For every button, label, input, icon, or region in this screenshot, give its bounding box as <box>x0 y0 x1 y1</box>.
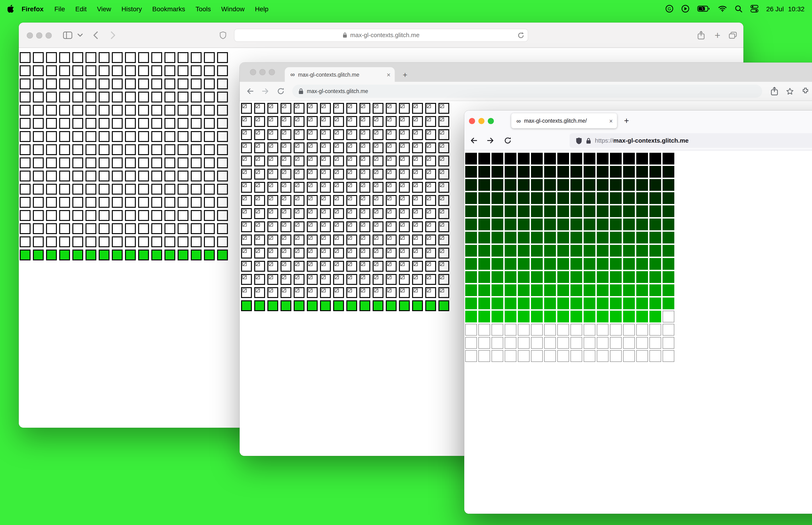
canvas-cell <box>178 223 188 234</box>
canvas-cell <box>531 258 543 270</box>
close-button[interactable] <box>250 69 256 75</box>
close-button[interactable] <box>27 32 33 38</box>
browser-tab[interactable]: ∞ max-gl-contexts.glitch.me/ × <box>511 113 617 128</box>
canvas-cell <box>386 155 397 166</box>
broken-image-icon <box>295 210 299 213</box>
new-tab-button[interactable]: + <box>715 30 720 40</box>
address-bar[interactable]: max-gl-contexts.glitch.me <box>292 85 762 98</box>
canvas-cell <box>151 197 162 208</box>
minimize-button[interactable] <box>478 118 484 124</box>
menubar-clock[interactable]: 26 Jul 10:32 <box>766 5 805 13</box>
address-bar[interactable]: https://max-gl-contexts.glitch.me <box>569 133 812 148</box>
canvas-cell <box>294 129 305 140</box>
menu-help[interactable]: Help <box>250 5 274 13</box>
menu-bookmarks[interactable]: Bookmarks <box>147 5 190 13</box>
canvas-cell <box>465 219 477 230</box>
zoom-button[interactable] <box>269 69 275 75</box>
menu-view[interactable]: View <box>92 5 116 13</box>
reload-icon[interactable] <box>518 32 524 38</box>
reload-icon[interactable] <box>277 88 284 95</box>
green-canvas-cell <box>307 300 318 311</box>
empty-canvas-cell <box>636 324 648 335</box>
minimize-button[interactable] <box>36 32 42 38</box>
menu-edit[interactable]: Edit <box>70 5 92 13</box>
canvas-cell <box>373 195 383 206</box>
back-icon[interactable] <box>246 88 254 95</box>
canvas-cell <box>359 274 370 285</box>
canvas-cell <box>386 142 397 153</box>
canvas-cell <box>33 236 44 247</box>
canvas-cell <box>544 166 556 178</box>
back-icon[interactable] <box>93 31 98 39</box>
canvas-cell <box>584 284 595 296</box>
back-icon[interactable] <box>470 137 478 144</box>
wifi-icon[interactable] <box>718 6 727 12</box>
chevron-down-icon[interactable] <box>78 33 83 37</box>
canvas-cell <box>544 245 556 257</box>
minimize-button[interactable] <box>259 69 265 75</box>
canvas-cell <box>346 103 357 114</box>
forward-icon[interactable] <box>261 88 269 95</box>
control-center-icon[interactable] <box>750 5 758 13</box>
tracking-shield-icon[interactable] <box>576 137 582 144</box>
share-icon[interactable] <box>698 31 705 40</box>
share-icon[interactable] <box>771 87 778 96</box>
canvas-cell <box>204 52 215 63</box>
canvas-cell <box>267 155 278 166</box>
g-circle-icon[interactable]: G <box>665 5 673 13</box>
forward-icon[interactable] <box>110 31 116 39</box>
new-tab-button[interactable]: + <box>624 117 629 125</box>
address-bar[interactable]: max-gl-contexts.glitch.me <box>234 28 528 42</box>
bookmark-star-icon[interactable] <box>786 88 794 95</box>
lock-icon[interactable] <box>586 137 591 144</box>
tab-close-icon[interactable]: × <box>609 117 613 124</box>
empty-canvas-cell <box>597 324 609 335</box>
browser-tab[interactable]: ∞ max-gl-contexts.glitch.me × <box>285 67 395 82</box>
canvas-cell <box>59 144 70 155</box>
tab-close-icon[interactable]: × <box>387 71 390 78</box>
spotlight-icon[interactable] <box>735 5 742 13</box>
broken-image-icon <box>400 196 404 200</box>
menu-history[interactable]: History <box>116 5 147 13</box>
menu-app-name[interactable]: Firefox <box>16 5 49 13</box>
canvas-cell <box>320 155 331 166</box>
canvas-cell <box>412 208 423 219</box>
canvas-cell <box>191 144 202 155</box>
canvas-cell <box>505 232 517 243</box>
broken-image-icon <box>440 118 444 121</box>
apple-menu-icon[interactable] <box>7 5 14 13</box>
canvas-cell <box>531 232 543 243</box>
privacy-shield-icon[interactable] <box>219 31 227 39</box>
green-canvas-cell <box>333 300 344 311</box>
canvas-cell <box>359 182 370 193</box>
menubar-date: 26 Jul <box>766 5 784 13</box>
canvas-cell <box>346 129 357 140</box>
broken-image-icon <box>387 131 392 134</box>
zoom-button[interactable] <box>488 118 494 124</box>
reload-icon[interactable] <box>504 137 511 144</box>
menu-window[interactable]: Window <box>216 5 250 13</box>
broken-image-icon <box>414 131 418 134</box>
battery-charging-icon[interactable] <box>697 6 710 12</box>
broken-image-icon <box>282 210 286 213</box>
broken-image-icon <box>400 104 404 108</box>
zoom-button[interactable] <box>45 32 51 38</box>
menu-tools[interactable]: Tools <box>190 5 216 13</box>
canvas-cell <box>359 116 370 127</box>
new-tab-button[interactable]: + <box>403 71 408 79</box>
canvas-cell <box>346 235 357 245</box>
canvas-cell <box>386 169 397 180</box>
broken-image-icon <box>269 104 273 108</box>
canvas-cell <box>412 287 423 298</box>
play-circle-icon[interactable] <box>681 5 689 13</box>
canvas-cell <box>151 223 162 234</box>
sidebar-icon[interactable] <box>63 31 72 39</box>
extensions-icon[interactable] <box>802 87 809 95</box>
tab-overview-icon[interactable] <box>729 31 737 39</box>
broken-image-icon <box>295 118 299 121</box>
menu-file[interactable]: File <box>49 5 70 13</box>
broken-image-icon <box>256 289 260 292</box>
forward-icon[interactable] <box>486 137 494 144</box>
empty-canvas-cell <box>518 337 530 349</box>
close-button[interactable] <box>469 118 475 124</box>
